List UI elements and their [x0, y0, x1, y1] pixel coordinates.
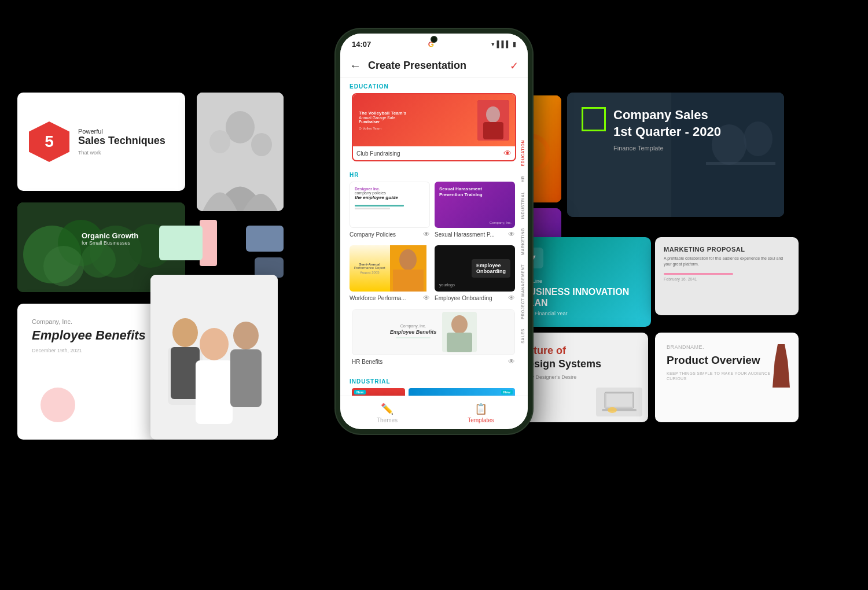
tab-project-management[interactable]: PROJECT MANAGEMENT	[520, 260, 526, 324]
confirm-button[interactable]: ✓	[510, 60, 518, 72]
svg-point-1	[226, 111, 255, 143]
team-photo-card	[150, 275, 278, 440]
sales-sub: That work	[78, 150, 165, 156]
nav-templates[interactable]: 📋 Templates	[434, 396, 528, 429]
plants-sub: for Small Businesses	[82, 240, 138, 246]
svg-point-10	[81, 243, 116, 278]
tab-sales[interactable]: SALES	[520, 324, 526, 348]
hr-benefits-eye[interactable]: 👁	[508, 357, 515, 366]
svg-point-12	[172, 318, 198, 347]
page-title: Create Presentation	[368, 60, 510, 72]
svg-point-17	[233, 322, 259, 349]
svg-point-2	[209, 130, 230, 153]
svg-point-3	[251, 133, 272, 156]
battery-icon: ▮	[513, 40, 516, 48]
brand-name: brandname.	[667, 344, 787, 350]
phone-status-icons: ▾ ▌▌▌ ▮	[491, 40, 516, 48]
template-hr-benefits[interactable]: Company, Inc. Employee Benefits	[352, 309, 515, 368]
hr-benefits-label: HR Benefits	[352, 359, 508, 365]
sales-adjective: Powerful	[78, 128, 165, 135]
svg-rect-37	[483, 122, 503, 139]
back-button[interactable]: ←	[350, 59, 361, 72]
sales-hex-icon: 5	[29, 121, 69, 162]
product-title: Product Overview	[667, 353, 787, 368]
team-silhouette	[150, 275, 278, 440]
company-policies-label: Company Policies	[350, 231, 423, 238]
onboarding-label: Employee Onboarding	[435, 295, 508, 301]
product-overview-card: brandname. Product Overview KEEP THINGS …	[655, 333, 799, 422]
phone-camera	[431, 36, 437, 43]
themes-icon: ✏️	[381, 403, 393, 415]
club-fundraising-eye-icon[interactable]: 👁	[503, 149, 512, 158]
future-sub: Every Designer's Desire	[521, 374, 637, 380]
sales-techniques-card: 5 Powerful Sales Techniques That work	[17, 93, 185, 191]
tab-education[interactable]: EDUCATION	[520, 135, 526, 171]
employee-blob	[41, 388, 75, 422]
company-policies-eye[interactable]: 👁	[423, 230, 430, 238]
bottom-navigation: ✏️ Themes 📋 Templates	[340, 396, 528, 429]
blue-decoration-1	[246, 226, 284, 252]
app-header: ← Create Presentation ✓	[340, 54, 528, 78]
phone-device: 14:07 G ▾ ▌▌▌ ▮ ← Create Presentation ✓ …	[336, 29, 532, 434]
section-industrial-label: INDUSTRIAL	[340, 373, 528, 388]
template-club-fundraising[interactable]: The Volleyball Team's Annual Garage Sale…	[352, 93, 516, 161]
employee-date: December 19th, 2021	[32, 348, 174, 353]
section-hr-label: HR	[340, 166, 528, 182]
template-list[interactable]: EDUCATION HR INDUSTRIAL MARKETING PROJEC…	[340, 78, 528, 429]
onboarding-eye[interactable]: 👁	[508, 294, 515, 302]
hr-benefits-section: Company, Inc. Employee Benefits	[340, 309, 528, 373]
tab-hr[interactable]: HR	[520, 171, 526, 187]
svg-rect-33	[602, 409, 637, 411]
club-fundraising-row: Club Fundraising 👁	[353, 146, 515, 160]
product-sub: KEEP THINGS SIMPLE TO MAKE YOUR AUDIENCE…	[667, 371, 787, 382]
template-workforce[interactable]: Semi-Annual Performance Report August 20…	[350, 245, 430, 304]
side-tab-list: EDUCATION HR INDUSTRIAL MARKETING PROJEC…	[517, 135, 528, 394]
marketing-sub: A profitable collaboration for this audi…	[664, 256, 790, 267]
themes-label: Themes	[377, 417, 398, 423]
templates-icon: 📋	[475, 403, 487, 415]
business-title: BUSINESS INNOVATION PLAN	[523, 286, 641, 308]
club-fundraising-label: Club Fundraising	[356, 150, 503, 157]
wifi-icon: ▾	[491, 40, 495, 48]
vase-decoration	[773, 344, 790, 388]
svg-point-39	[399, 249, 417, 270]
nav-themes[interactable]: ✏️ Themes	[340, 396, 434, 429]
sales-title: Sales Techniques	[78, 135, 165, 148]
svg-point-42	[451, 315, 468, 334]
phone-time: 14:07	[352, 40, 371, 49]
employee-company: Company, Inc.	[32, 318, 174, 325]
company-sales-card: Company Sales 1st Quarter - 2020 Finance…	[567, 93, 784, 217]
workforce-eye[interactable]: 👁	[423, 294, 430, 302]
template-employee-onboarding[interactable]: yourlogo Employee Onboarding Employee On…	[435, 245, 515, 304]
harassment-eye[interactable]: 👁	[508, 230, 515, 238]
people-silhouette	[197, 93, 284, 211]
business-innovation-card: ▼ Tag Line BUSINESS INNOVATION PLAN Real…	[512, 237, 651, 327]
hr-template-grid: Designer Inc. company policies the emplo…	[340, 182, 528, 309]
svg-point-9	[43, 246, 84, 286]
harassment-label: Sexual Harassment P...	[435, 231, 508, 238]
svg-point-34	[608, 407, 617, 413]
company-sales-title: Company Sales 1st Quarter - 2020	[613, 107, 729, 140]
svg-point-15	[200, 328, 229, 360]
phone-screen: 14:07 G ▾ ▌▌▌ ▮ ← Create Presentation ✓ …	[340, 34, 528, 429]
education-templates: The Volleyball Team's Annual Garage Sale…	[340, 93, 528, 166]
svg-rect-43	[447, 333, 472, 352]
future-title-rest: Design Systems	[521, 358, 601, 370]
tab-industrial[interactable]: INDUSTRIAL	[520, 187, 526, 223]
green-outline-box	[582, 107, 606, 131]
marketing-proposal-card: MARKETING PROPOSAL A profitable collabor…	[655, 237, 799, 315]
svg-rect-18	[230, 349, 262, 407]
svg-rect-40	[393, 270, 424, 292]
template-company-policies[interactable]: Designer Inc. company policies the emplo…	[350, 182, 430, 241]
svg-rect-14	[171, 347, 200, 399]
new-badge-1: New	[354, 390, 366, 394]
plants-title: Organic Growth	[82, 231, 138, 240]
tab-marketing[interactable]: MARKETING	[520, 223, 526, 260]
section-education-label: EDUCATION	[340, 78, 528, 93]
people-photo-card	[197, 93, 284, 211]
plants-text: Organic Growth for Small Businesses	[82, 231, 138, 246]
marketing-bar	[664, 273, 733, 275]
company-sales-sub: Finance Template	[613, 145, 729, 152]
employee-title: Employee Benefits	[32, 328, 174, 343]
template-sexual-harassment[interactable]: Sexual HarassmentPrevention Training Com…	[435, 182, 515, 241]
